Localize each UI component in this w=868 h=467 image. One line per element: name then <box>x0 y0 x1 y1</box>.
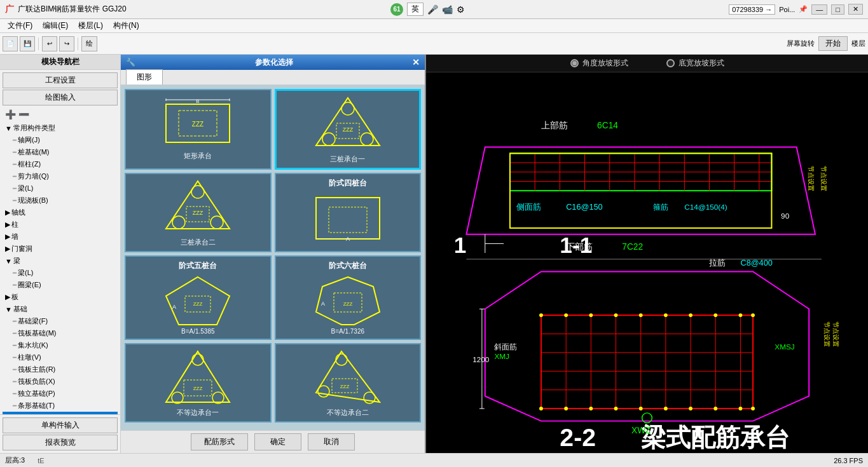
tree-item-door-root[interactable]: ▶ 门窗洞 <box>3 243 118 255</box>
svg-point-100 <box>713 313 717 317</box>
restore-btn[interactable]: □ <box>831 4 844 15</box>
pointer-label: Poi... <box>779 6 795 13</box>
svg-text:节点设置: 节点设置 <box>823 321 830 347</box>
tree-item-slab[interactable]: ━ 现浇板(B) <box>3 194 118 206</box>
tree-item-beam-l[interactable]: ━ 梁(L) <box>3 267 118 279</box>
svg-point-108 <box>713 407 717 410</box>
svg-text:梁式配筋承台: 梁式配筋承台 <box>641 424 790 451</box>
tree-item-frame-col[interactable]: ━ 框柱(Z) <box>3 158 118 170</box>
tree-item-beam[interactable]: ━ 梁(L) <box>3 182 118 194</box>
svg-point-94 <box>564 313 568 317</box>
svg-text:A: A <box>321 301 325 307</box>
tree-item-wall-root[interactable]: ▶ 墙 <box>3 231 118 243</box>
tree-item-col-root[interactable]: ▶ 柱 <box>3 219 118 231</box>
tree-item-shear-wall[interactable]: ━ 剪力墙(Q) <box>3 170 118 182</box>
input-field[interactable]: 07298339 → <box>729 4 775 15</box>
settings-icon[interactable]: ⚙ <box>457 4 465 15</box>
shape-cell-six-step[interactable]: 阶式六桩台 ZZZ A B=A/1.7326 <box>275 255 422 340</box>
report-preview-btn[interactable]: 报表预览 <box>3 435 118 450</box>
five-step-label-top: 阶式五桩台 <box>130 261 266 271</box>
mic-icon[interactable]: 🎤 <box>427 4 438 15</box>
shape-cell-five-step[interactable]: 阶式五桩台 ZZZ A B=A/1.5385 <box>125 255 272 340</box>
three-pile2-svg: ZZZ <box>160 178 236 235</box>
svg-point-101 <box>739 313 743 317</box>
drawing-input-btn[interactable]: 绘图输入 <box>3 90 118 105</box>
project-settings-btn[interactable]: 工程设置 <box>3 72 118 88</box>
svg-text:A: A <box>172 304 176 310</box>
tree-item-sump[interactable]: ━ 集水坑(K) <box>3 339 118 351</box>
svg-point-41 <box>336 354 347 365</box>
start-button[interactable]: 开始 <box>818 36 848 51</box>
cancel-btn[interactable]: 取消 <box>308 433 355 450</box>
confirm-btn[interactable]: 确定 <box>254 433 301 450</box>
shape-cell-three2[interactable]: ZZZ 三桩承台二 <box>125 173 272 252</box>
shape-cell-unequal1[interactable]: ZZZ 不等边承台一 <box>125 343 272 423</box>
label: 柱墩(V) <box>18 353 41 362</box>
menu-edit[interactable]: 编辑(E) <box>38 19 73 32</box>
radio-angle-label: 角度放坡形式 <box>582 58 628 69</box>
tree-container: ▼ 常用构件类型 ━ 轴网(J) ━ 桩基础(M) ━ 框柱(Z) ━ 剪力墙(… <box>0 121 120 414</box>
svg-text:XMJ: XMJ <box>494 352 509 360</box>
label: 框柱(Z) <box>18 159 41 169</box>
dialog-close-btn[interactable]: ✕ <box>412 57 420 67</box>
tree-item-beam-root[interactable]: ▼ 梁 <box>3 255 118 267</box>
lang-btn[interactable]: 英 <box>407 3 424 16</box>
tree-item-axis[interactable]: ━ 轴网(J) <box>3 134 118 146</box>
svg-point-17 <box>172 216 185 229</box>
tree-item-axis-root[interactable]: ▶ 轴线 <box>3 206 118 219</box>
tree-item-board-root[interactable]: ▶ 板 <box>3 291 118 303</box>
tree-item-raft[interactable]: ━ 筏板基础(M) <box>3 327 118 339</box>
rebar-form-btn[interactable]: 配筋形式 <box>191 433 248 450</box>
shape-cell-three1[interactable]: ZZZ 三桩承台一 <box>275 89 422 170</box>
svg-point-103 <box>589 407 593 410</box>
video-icon[interactable]: 📹 <box>442 4 453 15</box>
tree-item-strip-found[interactable]: ━ 条形基础(T) <box>3 400 118 412</box>
label: 桩基础(M) <box>18 147 50 157</box>
tree-item-foundation-root[interactable]: ▼ 基础 <box>3 303 118 315</box>
shape-label-three1: 三桩承台一 <box>330 154 365 164</box>
tree-item-pile-found[interactable]: ━ 桩基础(M) <box>3 146 118 158</box>
tree-item-found-beam[interactable]: ━ 基础梁(F) <box>3 315 118 327</box>
tree-item-indep-found[interactable]: ━ 独立基础(P) <box>3 388 118 400</box>
tree-item-raft-main[interactable]: ━ 筏板主筋(R) <box>3 363 118 376</box>
svg-text:下部筋: 下部筋 <box>566 242 593 252</box>
sidebar: 模块导航栏 工程设置 绘图输入 ➕ ➖ ▼ 常用构件类型 ━ 轴网(J) ━ 桩… <box>0 55 121 453</box>
tree-icon: ━ <box>13 402 17 409</box>
menu-file[interactable]: 文件(F) <box>3 19 38 32</box>
menu-member[interactable]: 构件(N) <box>108 19 144 32</box>
app-title: 广 广联达BIM钢筋算量软件 GGJ20 <box>5 4 127 15</box>
toolbar-btn-draw[interactable]: 绘 <box>81 36 97 51</box>
toolbar-btn-undo[interactable]: ↩ <box>42 36 57 51</box>
expand-icon: ▶ <box>5 245 10 253</box>
radio-angle-circle <box>570 59 579 67</box>
svg-text:ZZZ: ZZZ <box>343 301 352 307</box>
tree-item-common[interactable]: ▼ 常用构件类型 <box>3 122 118 134</box>
four-step-svg: A A <box>310 191 386 242</box>
label: 常用构件类型 <box>13 123 55 133</box>
shape-label-unequal1: 不等边承台一 <box>177 408 219 417</box>
single-member-btn[interactable]: 单构件输入 <box>3 417 118 433</box>
shape-cell-four-step[interactable]: 阶式四桩台 A A <box>275 173 422 252</box>
shape-cell-unequal2[interactable]: ZZZ 不等边承台二 <box>275 343 422 423</box>
close-btn[interactable]: ✕ <box>848 4 863 15</box>
remove-icon[interactable]: ➖ <box>18 109 29 119</box>
params-dialog: 🔧 参数化选择 ✕ 图形 ZZZ B <box>121 55 426 453</box>
menu-floor[interactable]: 楼层(L) <box>73 19 108 32</box>
radio-angle[interactable]: 角度放坡形式 <box>570 58 628 69</box>
minimize-btn[interactable]: — <box>811 4 827 15</box>
toolbar-btn-new[interactable]: 📄 <box>3 36 18 51</box>
radio-width[interactable]: 底宽放坡形式 <box>666 58 724 69</box>
tab-graphic[interactable]: 图形 <box>126 69 163 85</box>
svg-text:C16@150: C16@150 <box>566 202 602 212</box>
shape-grid-container: ZZZ B 矩形承台 ZZZ <box>121 85 425 430</box>
add-icon[interactable]: ➕ <box>5 109 16 119</box>
expand-icon: ▶ <box>5 220 10 229</box>
tree-item-raft-neg[interactable]: ━ 筏板负筋(X) <box>3 376 118 388</box>
shape-cell-rect[interactable]: ZZZ B 矩形承台 <box>125 89 272 170</box>
label: 筏板主筋(R) <box>18 365 55 374</box>
toolbar-btn-save[interactable]: 💾 <box>20 36 35 51</box>
radio-width-label: 底宽放坡形式 <box>679 58 724 69</box>
tree-item-col-cap[interactable]: ━ 柱墩(V) <box>3 351 118 363</box>
tree-item-ring-beam[interactable]: ━ 圈梁(E) <box>3 279 118 291</box>
toolbar-btn-redo[interactable]: ↪ <box>59 36 74 51</box>
